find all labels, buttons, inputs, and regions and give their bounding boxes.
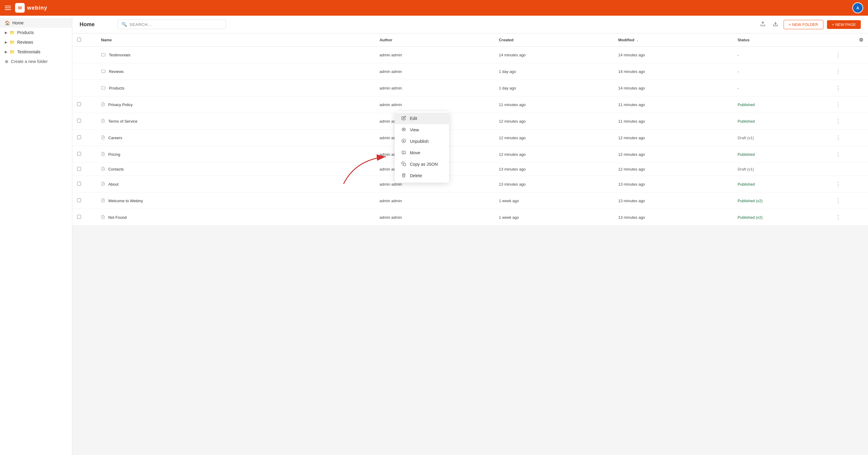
td-author: admin admin (375, 80, 494, 96)
row-more-button[interactable]: ⋮ (833, 213, 843, 222)
context-menu-item-view[interactable]: View (395, 124, 449, 136)
td-name: Not Found (96, 209, 375, 226)
row-checkbox[interactable] (77, 152, 81, 156)
context-menu-item-unpublish[interactable]: Unpublish (395, 136, 449, 147)
td-status: - (733, 47, 828, 63)
td-name: Contacts (96, 163, 375, 176)
sidebar-item-testimonials[interactable]: ▶ 📁 Testimonials (0, 47, 72, 57)
context-menu-item-delete[interactable]: Delete (395, 170, 449, 182)
sidebar-item-home[interactable]: 🏠 Home (0, 18, 72, 28)
th-created[interactable]: Created (494, 33, 613, 47)
svg-point-18 (403, 129, 404, 130)
main-content: Home 🔍 (72, 16, 868, 455)
settings-icon[interactable]: ⚙ (859, 37, 863, 42)
td-actions: ⋮ (828, 209, 868, 226)
table-row: Privacy Policy admin admin 11 minutes ag… (72, 96, 868, 113)
sidebar-home-label: Home (12, 21, 24, 25)
row-more-button[interactable]: ⋮ (833, 117, 843, 126)
row-checkbox[interactable] (77, 119, 81, 123)
td-checkbox (72, 96, 96, 113)
sidebar-item-reviews[interactable]: ▶ 📁 Reviews (0, 37, 72, 47)
td-created: 13 minutes ago (494, 176, 613, 193)
table-row: Contacts admin admin 13 minutes ago 12 m… (72, 163, 868, 176)
row-checkbox[interactable] (77, 102, 81, 106)
th-modified[interactable]: Modified ↓ (613, 33, 733, 47)
td-actions: ⋮ (828, 113, 868, 130)
table-row: Terms of Service admin admin 12 minutes … (72, 113, 868, 130)
row-name-text: Privacy Policy (108, 102, 133, 107)
page-icon (101, 198, 105, 204)
download-button[interactable] (771, 19, 780, 30)
td-status: Published (733, 176, 828, 193)
td-name: Pricing (96, 146, 375, 163)
row-name-text: Pricing (108, 152, 120, 157)
folder-icon: 📁 (10, 40, 15, 44)
row-more-button[interactable]: ⋮ (833, 196, 843, 205)
td-status: - (733, 80, 828, 96)
td-created: 12 minutes ago (494, 130, 613, 146)
row-name-text: Reviews (109, 69, 124, 74)
sort-arrow-icon: ↓ (637, 38, 638, 42)
row-more-button[interactable]: ⋮ (833, 180, 843, 189)
row-more-button[interactable]: ⋮ (833, 150, 843, 159)
th-name[interactable]: Name (96, 33, 375, 47)
td-modified: 14 minutes ago (613, 63, 733, 80)
td-name: About (96, 176, 375, 193)
row-name-text: Products (109, 86, 124, 90)
context-menu-item-edit[interactable]: Edit (395, 113, 449, 124)
user-avatar[interactable]: A (852, 2, 863, 13)
th-author[interactable]: Author (375, 33, 494, 47)
table-row: Welcome to Webiny admin admin 1 week ago… (72, 193, 868, 209)
row-checkbox[interactable] (77, 198, 81, 202)
td-modified: 14 minutes ago (613, 80, 733, 96)
td-modified: 12 minutes ago (613, 146, 733, 163)
page-icon (101, 215, 105, 220)
row-more-button[interactable]: ⋮ (833, 133, 843, 142)
th-status[interactable]: Status (733, 33, 828, 47)
create-folder-item[interactable]: ⊕ Create a new folder (0, 57, 72, 66)
sidebar-products-label: Products (17, 30, 34, 35)
row-checkbox[interactable] (77, 135, 81, 139)
row-more-button[interactable]: ⋮ (833, 100, 843, 109)
row-name-text: Welcome to Webiny (108, 199, 143, 203)
row-checkbox[interactable] (77, 182, 81, 186)
td-actions: ⋮ (828, 47, 868, 63)
row-name-text: Careers (108, 136, 122, 140)
page-icon (101, 102, 105, 107)
td-name: Testimonials (96, 47, 375, 63)
app-header: W webiny A (0, 0, 868, 16)
row-more-button[interactable]: ⋮ (833, 67, 843, 76)
page-icon (101, 119, 105, 124)
folder-icon (101, 69, 106, 74)
new-page-button[interactable]: + NEW PAGE (827, 20, 861, 29)
td-checkbox (72, 63, 96, 80)
new-folder-button[interactable]: + NEW FOLDER (784, 20, 824, 29)
table-row: Careers admin admin 12 minutes ago 12 mi… (72, 130, 868, 146)
td-created: 1 day ago (494, 63, 613, 80)
hamburger-menu[interactable] (5, 6, 11, 10)
menu-item-label: Unpublish (410, 139, 429, 144)
context-menu-item-copy-as-json[interactable]: Copy as JSON (395, 159, 449, 170)
sidebar-item-products[interactable]: ▶ 📁 Products (0, 28, 72, 37)
row-checkbox[interactable] (77, 167, 81, 171)
status-badge: Draft (v1) (738, 167, 754, 171)
td-author: admin admin (375, 63, 494, 80)
search-input[interactable] (130, 22, 222, 27)
th-settings[interactable]: ⚙ (828, 33, 868, 47)
context-menu-item-move[interactable]: Move (395, 147, 449, 159)
td-author: admin admin (375, 209, 494, 226)
td-created: 13 minutes ago (494, 163, 613, 176)
table-container: Name Author Created Modified ↓ (72, 33, 868, 455)
page-icon (101, 152, 105, 157)
upload-button[interactable] (758, 19, 767, 30)
sidebar-testimonials-label: Testimonials (17, 50, 40, 54)
select-all-checkbox[interactable] (77, 38, 81, 41)
chevron-right-icon: ▶ (5, 50, 7, 54)
create-folder-label: Create a new folder (11, 59, 48, 64)
row-checkbox[interactable] (77, 215, 81, 219)
td-created: 1 week ago (494, 193, 613, 209)
row-more-button[interactable]: ⋮ (833, 84, 843, 93)
row-more-button[interactable]: ⋮ (833, 50, 843, 59)
td-actions: ⋮ (828, 80, 868, 96)
td-created: 1 week ago (494, 209, 613, 226)
